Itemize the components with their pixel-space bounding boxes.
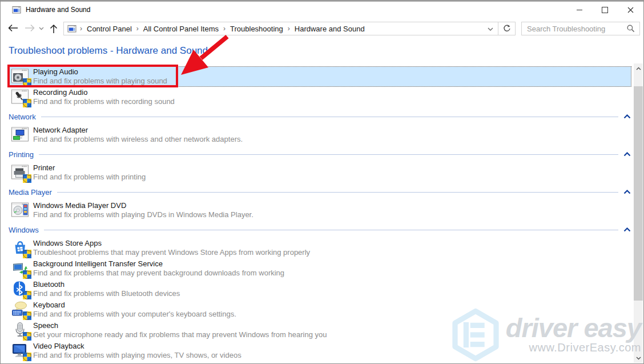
list-item-keyboard[interactable]: Keyboard Find and fix problems with your…	[9, 300, 631, 319]
title-bar: Hardware and Sound	[1, 2, 643, 18]
uac-shield-icon	[23, 332, 31, 341]
section-media-player: Media Player	[9, 183, 631, 201]
keyboard-bubble-shield-icon	[11, 300, 30, 319]
section-rule	[44, 230, 618, 230]
item-title: Windows Media Player DVD	[33, 201, 253, 210]
uac-shield-icon	[23, 311, 31, 320]
list-item-bluetooth[interactable]: Bluetooth Find and fix problems with Blu…	[9, 279, 631, 299]
up-button[interactable]	[50, 24, 58, 34]
list-item-video-playback[interactable]: Video Playback Find and fix problems wit…	[9, 341, 631, 361]
window-controls	[566, 2, 643, 18]
scroll-up-icon	[636, 67, 641, 70]
search-input[interactable]	[522, 25, 627, 33]
minimize-icon	[577, 10, 582, 10]
item-description: Find and fix problems with wireless and …	[33, 135, 243, 143]
control-panel-window-icon	[67, 24, 77, 33]
section-label: Media Player	[9, 188, 57, 197]
breadcrumb-all-items[interactable]: All Control Panel Items	[142, 25, 220, 33]
maximize-button[interactable]	[592, 2, 618, 18]
item-description: Find and fix problems with recording sou…	[33, 97, 175, 106]
breadcrumb-control-panel[interactable]: Control Panel	[86, 25, 133, 33]
maximize-icon	[602, 7, 608, 13]
item-title: Printer	[33, 163, 146, 173]
section-windows: Windows	[9, 221, 631, 238]
item-title: Background Intelligent Transfer Service	[33, 259, 284, 269]
list-item-network-adapter[interactable]: Network Adapter Find and fix problems wi…	[9, 125, 631, 145]
minimize-button[interactable]	[566, 2, 592, 18]
section-network: Network	[9, 108, 631, 125]
transfer-monitor-shield-icon	[11, 259, 30, 278]
section-printing: Printing	[9, 146, 631, 163]
refresh-button[interactable]	[498, 22, 516, 35]
item-description: Find and fix problems with playing sound	[33, 77, 167, 85]
close-icon	[627, 7, 634, 13]
item-title: Playing Audio	[33, 67, 167, 77]
uac-shield-icon	[23, 250, 31, 258]
uac-shield-icon	[23, 78, 31, 87]
close-button[interactable]	[618, 2, 643, 18]
magnifier-icon[interactable]	[627, 25, 635, 33]
dvd-window-icon	[11, 201, 30, 220]
breadcrumb-separator: ›	[77, 25, 86, 33]
collapse-chevron-icon[interactable]	[623, 227, 631, 232]
scroll-down-icon	[636, 357, 641, 360]
back-arrow-icon	[7, 24, 18, 32]
list-item-windows-media-player-dvd[interactable]: Windows Media Player DVD Find and fix pr…	[9, 201, 631, 220]
collapse-chevron-icon[interactable]	[623, 190, 631, 194]
uac-shield-icon	[23, 353, 31, 361]
store-bag-shield-icon	[11, 238, 30, 258]
scroll-down-button[interactable]	[634, 353, 643, 363]
item-title: Speech	[33, 321, 327, 330]
breadcrumb-troubleshooting[interactable]: Troubleshooting	[229, 25, 284, 33]
address-dropdown[interactable]	[488, 23, 493, 34]
video-monitor-shield-icon	[11, 341, 30, 361]
refresh-icon	[503, 25, 511, 33]
dropdown-chevron-icon	[488, 27, 493, 31]
list-item-playing-audio[interactable]: Playing Audio Find and fix problems with…	[9, 67, 631, 86]
item-title: Bluetooth	[33, 280, 180, 289]
item-description: Find and fix problems with printing	[33, 173, 146, 181]
uac-shield-icon	[23, 270, 31, 279]
list-item-windows-store-apps[interactable]: Windows Store Apps Troubleshoot problems…	[9, 238, 631, 258]
breadcrumb-hardware-and-sound[interactable]: Hardware and Sound	[293, 25, 366, 33]
network-adapter-window-icon	[11, 125, 30, 145]
collapse-chevron-icon[interactable]	[623, 152, 631, 157]
page-title: Troubleshoot problems - Hardware and Sou…	[9, 45, 208, 57]
list-item-background-intelligent-transfer-service[interactable]: Background Intelligent Transfer Service …	[9, 259, 631, 278]
speaker-window-shield-icon	[11, 67, 30, 86]
item-title: Keyboard	[33, 301, 236, 310]
list-item-recording-audio[interactable]: Recording Audio Find and fix problems wi…	[9, 87, 631, 107]
scroll-up-button[interactable]	[634, 63, 643, 73]
scrollbar-thumb[interactable]	[634, 86, 643, 301]
item-title: Network Adapter	[33, 126, 243, 135]
list-item-printer[interactable]: Printer Find and fix problems with print…	[9, 163, 631, 182]
collapse-chevron-icon[interactable]	[623, 114, 631, 119]
forward-arrow-icon	[25, 24, 35, 32]
search-box	[521, 22, 640, 35]
list-item-speech[interactable]: Speech Get your microphone ready and fix…	[9, 321, 631, 340]
section-rule	[57, 192, 618, 193]
breadcrumb-separator: ›	[284, 25, 293, 33]
vertical-scrollbar[interactable]	[634, 63, 643, 363]
item-description: Find and fix problems that may prevent b…	[33, 269, 284, 277]
printer-window-shield-icon	[11, 163, 30, 182]
breadcrumb-separator: ›	[133, 25, 142, 33]
section-label: Windows	[9, 226, 44, 234]
up-arrow-icon	[50, 24, 58, 34]
uac-shield-icon	[23, 291, 31, 299]
app-window: Hardware and Sound › Control Panel › A	[0, 0, 644, 364]
forward-button[interactable]	[25, 24, 35, 32]
item-description: Find and fix problems with your computer…	[33, 310, 236, 318]
item-description: Find and fix problems with playing movie…	[33, 351, 242, 359]
section-rule	[39, 154, 618, 155]
item-description: Get your microphone ready and fix proble…	[33, 330, 327, 339]
back-button[interactable]	[7, 24, 18, 32]
window-title: Hardware and Sound	[26, 6, 90, 14]
bluetooth-shield-icon	[11, 279, 30, 299]
troubleshooter-list: Playing Audio Find and fix problems with…	[1, 63, 633, 362]
navigation-toolbar: › Control Panel › All Control Panel Item…	[1, 18, 643, 39]
control-panel-window-icon	[12, 5, 21, 14]
section-label: Network	[9, 113, 41, 121]
recent-pages-dropdown[interactable]	[39, 27, 44, 30]
address-bar[interactable]: › Control Panel › All Control Panel Item…	[63, 22, 498, 35]
